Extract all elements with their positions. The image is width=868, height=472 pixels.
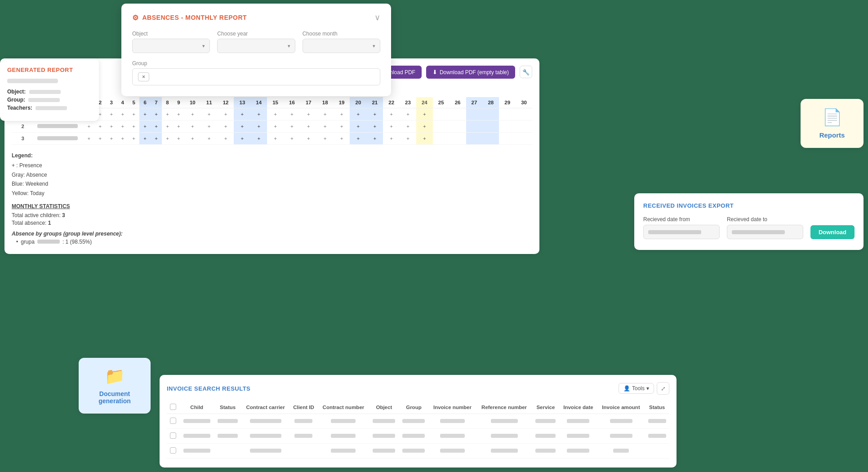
col-day-11: 11 [201,97,218,108]
absence-groups: Absence by groups (group level presence)… [12,231,532,245]
generated-report-panel: GENERATED REPORT Object: Group: Teachers… [0,58,99,121]
bullet-icon: • [16,239,18,245]
tools-button[interactable]: 🔧 [520,66,532,78]
invoice-search-title: INVOICE SEARCH RESULTS [167,385,250,392]
expand-icon: ⤢ [661,385,666,392]
invoices-export-title: RECEIVED INVOICES EXPORT [643,202,855,209]
tools-dropdown-button[interactable]: 👤 Tools ▾ [619,383,654,394]
col-day-25: 25 [433,97,450,108]
col-day-8: 8 [162,97,173,108]
col-day-20: 20 [350,97,366,108]
doc-gen-label: Document generation [86,390,143,405]
col-group: Group [399,401,428,414]
teachers-info: Teachers: [7,105,92,111]
col-day-16: 16 [284,97,300,108]
download-pdf-empty-button[interactable]: ⬇ Download PDF (empty table) [426,66,515,79]
object-label: Object [132,31,210,37]
year-field: Choose year ▾ [217,31,295,53]
table-row: 2 +++++ ++ +++++ ++ +++++ ++ ++ + [12,120,532,133]
legend-item-yellow: Yellow: Today [12,189,532,198]
table-row [167,444,669,459]
col-invoice-date: Invoice date [559,401,597,414]
expand-button[interactable]: ⤢ [657,382,669,395]
monthly-stats: MONTHLY STATISTICS Total active children… [12,203,532,245]
legend-section: Legend: + : Presence Gray: Absence Blue:… [12,151,532,198]
modal-title: ⚙ ABSENCES - MONTHLY REPORT [132,13,247,22]
group-input[interactable]: × [132,68,380,85]
group-section: Group × [132,60,380,85]
group-tag[interactable]: × [138,72,149,81]
date-from-label: Recieved date from [643,216,720,223]
group-name: grupa [21,239,35,245]
invoice-header-row: Child Status Contract carrier Client ID … [167,401,669,414]
legend-item-blue: Blue: Weekend [12,179,532,188]
modal-header: ⚙ ABSENCES - MONTHLY REPORT ∨ [132,13,380,22]
col-day-23: 23 [400,97,416,108]
monthly-stats-title: MONTHLY STATISTICS [12,203,532,209]
active-children-stat: Total active children: 3 [12,212,532,218]
modal-fields: Object ▾ Choose year ▾ Choose month ▾ [132,31,380,53]
legend-item-presence: + : Presence [12,161,532,170]
invoice-search-tools: 👤 Tools ▾ ⤢ [619,382,669,395]
table-row [167,414,669,429]
date-to-label: Recieved date to [727,216,803,223]
absence-groups-title: Absence by groups (group level presence)… [12,231,532,237]
col-day-6: 6 [139,97,151,108]
modal-close-button[interactable]: ∨ [374,13,380,22]
col-day-9: 9 [173,97,184,108]
col-invoice-amount: Invoice amount [597,401,645,414]
col-service: Service [532,401,559,414]
col-day-21: 21 [366,97,383,108]
reports-doc-icon: 📄 [822,108,842,127]
date-to-field: Recieved date to [727,216,803,239]
absences-modal: ⚙ ABSENCES - MONTHLY REPORT ∨ Object ▾ C… [121,4,391,96]
col-day-3: 3 [106,97,117,108]
col-day-13: 13 [234,97,250,108]
object-info: Object: [7,89,92,95]
date-from-input[interactable] [643,225,720,239]
col-day-4: 4 [117,97,128,108]
month-chevron-icon: ▾ [373,43,375,49]
year-select[interactable]: ▾ [217,39,295,53]
col-day-30: 30 [516,97,532,108]
col-status: Status [645,401,669,414]
group-label: Group [132,60,380,67]
col-contract-carrier: Contract carrier [241,401,289,414]
invoice-search-results: INVOICE SEARCH RESULTS 👤 Tools ▾ ⤢ Child… [160,375,677,468]
col-child: Child [179,401,214,414]
object-field: Object ▾ [132,31,210,53]
col-day-22: 22 [383,97,400,108]
download-empty-icon: ⬇ [432,69,437,76]
col-day-7: 7 [151,97,162,108]
col-day-17: 17 [300,97,317,108]
month-label: Choose month [303,31,380,37]
document-generation-card[interactable]: 📁 Document generation [79,358,151,414]
gear-icon: ⚙ [132,13,139,22]
group-info: Group: [7,97,92,103]
col-day-18: 18 [317,97,334,108]
col-invoice-number: Invoice number [428,401,476,414]
col-object: Object [369,401,399,414]
date-to-input[interactable] [727,225,803,239]
received-invoices-export: RECEIVED INVOICES EXPORT Recieved date f… [634,193,864,250]
month-field: Choose month ▾ [303,31,380,53]
col-day-12: 12 [218,97,234,108]
col-status: Status [214,401,241,414]
col-day-24: 24 [416,97,433,108]
person-icon: 👤 [623,385,630,392]
reports-card[interactable]: 📄 Reports [801,99,864,148]
object-chevron-icon: ▾ [202,43,205,49]
col-day-5: 5 [128,97,139,108]
object-select[interactable]: ▾ [132,39,210,53]
invoice-table: Child Status Contract carrier Client ID … [167,401,669,459]
col-day-10: 10 [184,97,201,108]
col-reference-number: Reference number [476,401,532,414]
total-absence-stat: Total absence: 1 [12,220,532,226]
table-row: 3 +++++ ++ +++++ ++ +++++ ++ ++ + [12,133,532,145]
col-day-27: 27 [466,97,483,108]
absence-group-item: • grupa : 1 (98.55%) [16,239,532,245]
download-button[interactable]: Download [810,225,855,239]
month-select[interactable]: ▾ [303,39,380,53]
reports-card-label: Reports [819,131,845,139]
col-contract-number: Contract number [318,401,369,414]
